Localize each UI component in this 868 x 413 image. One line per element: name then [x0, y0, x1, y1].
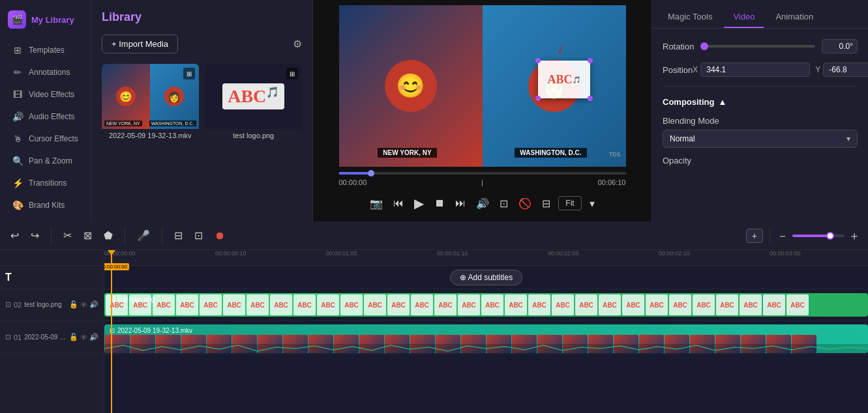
crop-button[interactable]: ⊡ — [497, 196, 511, 211]
stop-button[interactable]: ⏹ — [432, 196, 447, 210]
sidebar-item-label: Pan & Zoom — [29, 156, 72, 165]
position-y-value[interactable] — [823, 63, 868, 77]
rotation-label: Rotation — [663, 42, 694, 51]
marker-button[interactable]: ⬟ — [101, 227, 115, 244]
zoom-out-button[interactable]: － — [777, 228, 788, 244]
compositing-label: Compositing — [663, 97, 714, 107]
panel-content: Rotation Position X — [652, 29, 868, 185]
sidebar-item-brand-kits[interactable]: 🎨 Brand Kits — [4, 195, 87, 216]
zoom-add-button[interactable]: + — [746, 229, 763, 243]
sidebar-item-label: Video Effects — [29, 90, 74, 99]
sidebar-item-cursor-effects[interactable]: 🖱 Cursor Effects — [4, 128, 87, 149]
brand-kits-icon: 🎨 — [12, 200, 23, 210]
track-01-eye[interactable]: 👁 — [80, 333, 87, 341]
import-media-button[interactable]: + Import Media — [102, 35, 178, 53]
overlay-button[interactable]: ⊡ — [192, 227, 205, 244]
track-01-lock[interactable]: 🔓 — [69, 333, 78, 341]
rotation-slider[interactable] — [700, 45, 815, 48]
preview-video: 😊 👩 NEW YORK, NY WASHINGTON, D.C. TDS — [339, 5, 626, 167]
track-01-audio[interactable]: 🔊 — [89, 333, 98, 341]
timeline-ruler: 00:00:00:00 00:00:00:10 00:00:01:00 00:0… — [104, 250, 868, 266]
resize-handle-tl[interactable] — [535, 58, 541, 63]
annotations-icon: ✏ — [12, 67, 23, 78]
sidebar-item-video-effects[interactable]: 🎞 Video Effects — [4, 84, 87, 105]
tab-video[interactable]: Video — [724, 7, 764, 28]
library-title: Library — [102, 10, 302, 24]
split-button[interactable]: ✂ — [61, 227, 74, 244]
logo-overlay[interactable]: ABC🎵 — [538, 61, 590, 98]
toolbar-sep-2 — [125, 228, 125, 244]
sidebar-item-pan-zoom[interactable]: 🔍 Pan & Zoom — [4, 150, 87, 171]
rotation-thumb — [700, 42, 708, 50]
sidebar-item-annotations[interactable]: ✏ Annotations — [4, 62, 87, 83]
media-item-video[interactable]: 😊 👩 NEW YORK, NY WASHINGTON, D.C. 2022-0… — [102, 64, 199, 142]
screenshot-button[interactable]: 📷 — [367, 196, 385, 211]
opacity-row: Opacity — [663, 156, 858, 165]
track-02-eye[interactable]: 👁 — [80, 300, 87, 309]
track-01-body: ⊡ 2022-05-09 19-32-13.mkv — [104, 320, 868, 354]
sidebar-item-label: Annotations — [29, 68, 70, 77]
media-item-video-label: 2022-05-09 19-32-13.mkv — [102, 129, 199, 142]
playback-controls: 📷 ⏮ ▶ ⏹ ⏭ 🔊 ⊡ 🚫 ⊟ Fit ▾ — [339, 190, 626, 216]
ruler-mark-2: 00:00:01:00 — [326, 250, 357, 257]
position-y-label: Y — [815, 65, 820, 74]
mute-button[interactable]: 🚫 — [516, 196, 534, 211]
subtitle-track-label: T — [0, 266, 104, 289]
record-active-button[interactable]: ⏺ — [212, 227, 228, 244]
media-grid: 😊 👩 NEW YORK, NY WASHINGTON, D.C. 2022-0… — [102, 64, 302, 142]
track-02-audio[interactable]: 🔊 — [89, 300, 98, 309]
resize-handle-tr[interactable] — [588, 58, 593, 63]
transitions-icon: ⚡ — [12, 178, 23, 188]
rotation-value[interactable] — [822, 39, 858, 53]
blending-mode-select[interactable]: Normal ▾ — [663, 130, 858, 148]
track-01-label: ⊡ 01 2022-05-09 19-32-13.mkv 🔓 👁 🔊 — [0, 320, 104, 354]
rotation-row: Rotation — [663, 39, 858, 53]
split-audio-button[interactable]: ⊟ — [172, 227, 185, 244]
fullscreen-button[interactable]: ⊟ — [539, 196, 553, 211]
sidebar-item-label: Audio Effects — [29, 112, 75, 121]
zoom-sep — [770, 228, 770, 244]
rewind-button[interactable]: ⏮ — [391, 196, 406, 210]
track-02-lock[interactable]: 🔓 — [69, 300, 78, 309]
media-item-logo[interactable]: ABC🎵 test logo.png ⊞ — [205, 64, 303, 142]
forward-button[interactable]: ⏭ — [453, 196, 468, 210]
media-item-video-icon: ⊞ — [183, 68, 195, 79]
track-02-clip[interactable]: ABC ABC ABC ABC ABC ABC ABC ABC ABC ABC … — [104, 293, 868, 317]
resize-handle-bl[interactable] — [535, 96, 541, 101]
templates-icon: ⊞ — [12, 45, 23, 55]
subtitle-t-icon: T — [5, 272, 12, 283]
opacity-label: Opacity — [663, 156, 691, 165]
record-button[interactable]: 🎤 — [134, 227, 153, 244]
play-button[interactable]: ▶ — [412, 194, 427, 212]
zoom-thumb[interactable] — [826, 232, 834, 240]
compositing-divider — [663, 86, 858, 87]
redo-button[interactable]: ↪ — [28, 227, 42, 244]
sidebar-item-transitions[interactable]: ⚡ Transitions — [4, 173, 87, 193]
sidebar-item-audio-effects[interactable]: 🔊 Audio Effects — [4, 106, 87, 127]
blend-dropdown-icon: ▾ — [846, 134, 850, 143]
ruler-mark-6: 00:00:03:00 — [770, 250, 801, 257]
tab-magic-tools[interactable]: Magic Tools — [659, 7, 721, 28]
resize-handle-br[interactable] — [588, 96, 593, 101]
track-01-clip[interactable]: ⊡ 2022-05-09 19-32-13.mkv — [104, 324, 868, 353]
fit-dropdown[interactable]: ▾ — [587, 196, 597, 211]
position-x-value[interactable] — [700, 63, 810, 77]
track-01-icon: ⊡ — [5, 333, 11, 341]
sidebar-item-label: Brand Kits — [29, 201, 65, 210]
volume-button[interactable]: 🔊 — [473, 196, 492, 211]
filter-button[interactable]: ⚙ — [293, 38, 302, 50]
right-panel: Magic Tools Video Animation Rotation Pos… — [651, 0, 868, 221]
progress-bar[interactable] — [339, 172, 626, 175]
gap-button[interactable]: ⊠ — [81, 227, 95, 244]
sidebar-item-templates[interactable]: ⊞ Templates — [4, 40, 87, 61]
ruler-mark-4: 00:00:02:00 — [548, 250, 579, 257]
zoom-in-button[interactable]: ＋ — [848, 228, 860, 244]
progress-dot — [368, 170, 374, 177]
tab-animation[interactable]: Animation — [766, 7, 822, 28]
audio-effects-icon: 🔊 — [12, 111, 23, 122]
track-02-clip-label: ⊡ test logo.png — [110, 296, 155, 303]
add-subtitles-button[interactable]: ⊕ Add subtitles — [450, 270, 522, 285]
track-02-icon: ⊡ — [5, 300, 11, 309]
undo-button[interactable]: ↩ — [8, 227, 22, 244]
fit-button[interactable]: Fit — [558, 196, 581, 210]
